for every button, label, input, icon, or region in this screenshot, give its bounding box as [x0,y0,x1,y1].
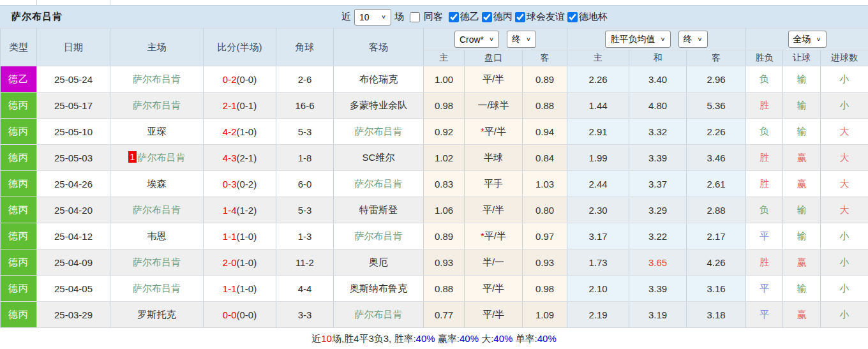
ah-line-cell: *平/半 [465,119,523,145]
score-cell: 1-4(1-2) [204,197,276,223]
home-team-cell: 萨尔布吕肯 [110,93,204,119]
fulltime-score: 4-3 [223,152,237,163]
home-team-name: 萨尔布吕肯 [133,100,181,110]
summary-segment: 40% [493,333,513,344]
eu-draw-odds: 3.37 [629,171,687,197]
halftime-score: (1-0) [237,257,257,268]
ah-line-cell: 平/半 [465,66,523,93]
match-row: 德丙25-05-031萨尔布吕肯4-3(2-1)1-8SC维尔1.02半球0.8… [1,145,868,171]
eu-draw-odds: 4.80 [629,93,687,119]
result-handicap-cell: 赢 [783,249,821,276]
league-checkbox[interactable] [482,12,492,22]
halftime-score: (0-0) [237,74,257,85]
score-cell: 0-2(0-0) [204,66,276,93]
away-team-cell: 特雷斯登 [334,197,424,223]
result-goals-cell: 小 [821,93,868,119]
away-team-cell: 萨尔布吕肯 [334,302,424,328]
score-cell: 0-3(0-2) [204,171,276,197]
result-handicap-cell: 输 [783,93,821,119]
summary-segment: 胜率: [394,333,415,344]
ah-line-cell: 半/一 [465,249,523,276]
corner-cell: 3-3 [276,302,334,328]
eu-away-odds: 2.96 [687,66,746,93]
col-header-corner: 角球 [276,29,334,66]
result-handicap-cell: 赢 [783,302,821,328]
summary-segment: 近 [311,333,321,344]
home-team-cell: 埃森 [110,171,204,197]
summary-segment: 赢率: [435,333,460,344]
result-handicap-cell: 输 [783,276,821,302]
away-team-name: 奥厄 [369,256,388,267]
match-row: 德乙25-05-24萨尔布吕肯0-2(0-0)2-6布伦瑞克1.00平/半0.8… [1,66,868,93]
away-team-cell: 奥厄 [334,249,424,276]
title-bar: 萨尔布吕肯 近 10 ∨ 场 同客 德乙德丙球会友谊德地杯 [0,5,868,28]
ah-line-cell: 平/半 [465,197,523,223]
date-cell: 25-05-10 [37,119,110,145]
corner-cell: 5-3 [276,197,334,223]
eu-draw-odds: 3.39 [629,276,687,302]
recent-count-value: 10 [359,12,370,22]
eu-time-select[interactable]: 终 ∨ [678,31,708,48]
subcol-eu-home: 主 [567,50,629,66]
ah-home-odds: 0.93 [424,249,465,276]
result-group-header: 全场 ∨ [746,29,868,50]
result-wdl-cell: 胜 [746,145,783,171]
ah-line-cell: *平/半 [465,223,523,249]
ah-line-cell: 平/半 [465,276,523,302]
halftime-score: (0-0) [237,309,257,320]
ah-time-select[interactable]: 终 ∨ [507,31,536,48]
result-wdl-cell: 胜 [746,171,783,197]
league-filters: 德乙德丙球会友谊德地杯 [446,11,608,23]
home-team-cell: 萨尔布吕肯 [110,276,204,302]
league-type-badge: 德丙 [1,223,37,249]
away-team-cell: 萨尔布吕肯 [334,119,424,145]
score-cell: 4-2(1-0) [204,119,276,145]
summary-segment: 大: [479,333,493,344]
filter-bar: 近 10 ∨ 场 同客 德乙德丙球会友谊德地杯 [341,9,608,26]
league-filter: 德乙 [446,11,479,23]
league-checkbox[interactable] [515,12,525,22]
eu-home-odds: 2.19 [567,302,629,328]
chevron-down-icon: ∨ [660,36,665,43]
fulltime-score: 2-0 [223,257,237,268]
match-row: 德丙25-04-26埃森0-3(0-2)6-0萨尔布吕肯0.83平手1.032.… [1,171,868,197]
result-wdl-cell: 平 [746,302,783,328]
same-venue-checkbox[interactable] [410,12,420,22]
home-team-cell: 1萨尔布吕肯 [110,145,204,171]
score-cell: 2-1(0-1) [204,93,276,119]
eu-away-odds: 5.36 [687,93,746,119]
chevron-down-icon: ∨ [816,36,821,43]
league-checkbox[interactable] [449,12,459,22]
col-header-type: 类型 [1,29,37,66]
same-venue-label: 同客 [424,11,443,23]
league-type-badge: 德丙 [1,276,37,302]
home-team-name: 萨尔布吕肯 [137,152,185,163]
home-team-cell: 萨尔布吕肯 [110,66,204,93]
away-team-cell: 多蒙特业余队 [334,93,424,119]
result-wdl-cell: 负 [746,119,783,145]
home-team-name: 罗斯托克 [138,309,176,320]
away-team-name: 萨尔布吕肯 [355,126,403,137]
fulltime-score: 1-4 [223,205,237,216]
ah-home-odds: 1.02 [424,145,465,171]
ah-home-odds: 1.00 [424,66,465,93]
eu-away-odds: 2.88 [687,197,746,223]
corner-cell: 2-6 [276,66,334,93]
live-star-marker: * [481,126,484,137]
league-checkbox[interactable] [567,12,578,22]
result-scope-select[interactable]: 全场 ∨ [788,31,827,48]
subcol-ah-home: 主 [424,50,465,66]
result-goals-cell: 小 [821,249,868,276]
recent-count-select[interactable]: 10 ∨ [354,9,391,26]
home-team-cell: 萨尔布吕肯 [110,249,204,276]
ah-company-select[interactable]: Crow* ∨ [454,31,499,48]
header-selects-row: 类型 日期 主场 比分(半场) 角球 客场 Crow* ∨ 终 ∨ [1,29,868,50]
summary-text: 近10场,胜4平3负3, 胜率:40% 赢率:40% 大:40% 单率:40% [311,333,557,345]
match-history-table: 类型 日期 主场 比分(半场) 角球 客场 Crow* ∨ 终 ∨ [0,28,868,328]
eu-company-select[interactable]: 胜平负均值 ∨ [605,31,670,48]
league-type-badge: 德丙 [1,171,37,197]
home-team-name: 埃森 [147,178,167,189]
result-goals-cell: 大 [821,197,868,223]
halftime-score: (1-0) [237,231,257,242]
ah-away-odds: 0.98 [523,276,567,302]
